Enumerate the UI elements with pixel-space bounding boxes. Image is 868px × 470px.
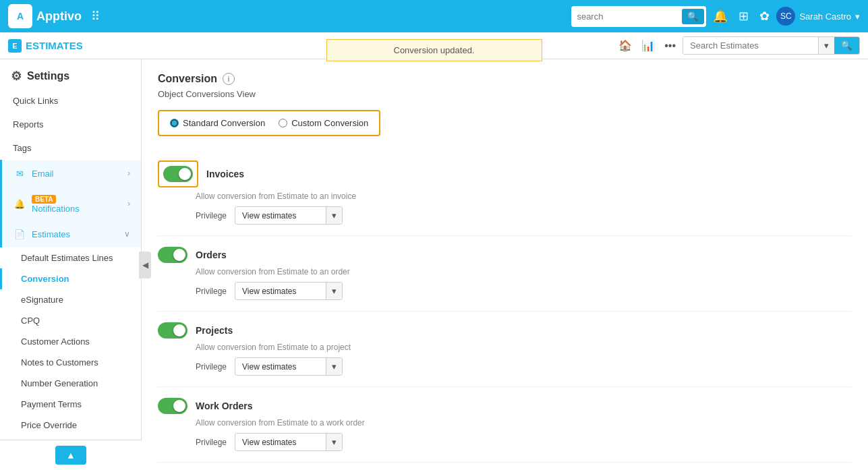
privilege-select[interactable]: View estimates▾: [235, 357, 343, 376]
chart-button[interactable]: 📊: [639, 36, 658, 55]
sub-item-label: CPQ: [21, 316, 40, 326]
custom-conversion-option[interactable]: Custom Conversion: [279, 118, 368, 128]
privilege-select[interactable]: View estimates▾: [235, 433, 343, 451]
sidebar-item-email[interactable]: ✉ Email ›: [0, 160, 141, 187]
sub-item-label: Customer Actions: [21, 336, 90, 347]
sidebar-sub-item-customer-actions[interactable]: Customer Actions: [0, 331, 141, 352]
notifications-item-inner: 🔔 BETA Notifications: [13, 194, 80, 214]
estimates-nav-icon: 📄: [13, 227, 26, 241]
conversion-type-selector: Standard Conversion Custom Conversion: [158, 110, 380, 136]
privilege-select[interactable]: View estimates▾: [235, 282, 343, 300]
estimates-icon: E: [8, 39, 22, 53]
privilege-dropdown-arrow[interactable]: ▾: [326, 434, 342, 450]
apps-icon[interactable]: ⊞: [739, 9, 749, 24]
toggle-switch[interactable]: [158, 322, 187, 339]
email-item-inner: ✉ Email: [13, 167, 54, 180]
notification-icon[interactable]: 🔔: [713, 9, 728, 24]
privilege-row: PrivilegeView estimates▾: [196, 282, 852, 300]
standard-conversion-label: Standard Conversion: [183, 118, 265, 128]
notifications-label: Notifications: [32, 204, 80, 214]
sidebar-item-estimates[interactable]: 📄 Estimates ∨: [0, 221, 141, 247]
toggle-switch[interactable]: [158, 247, 187, 263]
banner-message: Conversion updated.: [394, 45, 475, 55]
home-button[interactable]: 🏠: [616, 36, 635, 55]
custom-conversion-label: Custom Conversion: [291, 118, 368, 128]
sub-item-label: Conversion: [21, 274, 69, 284]
top-navigation: A Apptivo ⠿ 🔍 🔔 ⊞ ✿ SC Sarah Castro ▾: [0, 0, 868, 32]
toggle-slider[interactable]: [158, 247, 187, 263]
sidebar-collapse-button[interactable]: ◀: [139, 252, 151, 278]
sidebar-sub-item-conversion[interactable]: Conversion: [0, 268, 141, 289]
search-estimates-go[interactable]: 🔍: [834, 37, 859, 54]
standard-conversion-radio[interactable]: [170, 119, 179, 127]
conversion-item: ProjectsAllow conversion from Estimate t…: [158, 312, 852, 387]
sub-item-label: Default Estimates Lines: [21, 253, 113, 263]
conversion-item: OrdersAllow conversion from Estimate to …: [158, 236, 852, 312]
sidebar-sub-item-payment-terms[interactable]: Payment Terms: [0, 394, 141, 415]
main-content: Conversion i Object Conversions View Sta…: [142, 59, 868, 470]
privilege-dropdown-arrow[interactable]: ▾: [326, 358, 342, 375]
privilege-label: Privilege: [196, 287, 227, 296]
top-search-button[interactable]: 🔍: [682, 9, 704, 24]
privilege-dropdown-arrow[interactable]: ▾: [326, 207, 342, 224]
info-icon[interactable]: i: [223, 73, 235, 85]
toggle-slider[interactable]: [163, 166, 193, 182]
sub-item-label: Number Generation: [21, 378, 98, 388]
conversion-item-title: Orders: [196, 249, 227, 260]
email-chevron-icon: ›: [127, 169, 130, 178]
privilege-dropdown-arrow[interactable]: ▾: [326, 283, 342, 299]
sidebar-sub-item-default-estimates[interactable]: Default Estimates Lines: [0, 247, 141, 268]
sub-item-label: eSignature: [21, 295, 63, 305]
user-area[interactable]: SC Sarah Castro ▾: [776, 7, 860, 26]
toggle-switch[interactable]: [158, 398, 187, 414]
sidebar-item-reports[interactable]: Reports: [0, 113, 141, 136]
sidebar-sub-item-price-override[interactable]: Price Override: [0, 415, 141, 436]
sidebar: ⚙ Settings Quick Links Reports Tags ✉ Em…: [0, 59, 142, 470]
sub-item-label: Payment Terms: [21, 399, 82, 409]
sidebar-item-quick-links[interactable]: Quick Links: [0, 89, 141, 113]
notification-banner: Conversion updated.: [326, 39, 542, 61]
search-estimates-input[interactable]: [683, 37, 818, 54]
conversion-item: InvoicesAllow conversion from Estimate t…: [158, 150, 852, 236]
settings-nav-icon[interactable]: ✿: [759, 9, 770, 24]
standard-conversion-option[interactable]: Standard Conversion: [170, 118, 265, 128]
toggle-slider[interactable]: [158, 398, 187, 414]
toggle-switch[interactable]: [163, 166, 193, 182]
user-name: Sarah Castro: [799, 11, 851, 22]
custom-conversion-radio[interactable]: [279, 119, 287, 127]
privilege-value: View estimates: [235, 434, 326, 450]
privilege-value: View estimates: [235, 283, 326, 299]
conversion-item-header: Projects: [158, 322, 852, 339]
grid-icon[interactable]: ⠿: [91, 9, 100, 24]
sidebar-item-tags[interactable]: Tags: [0, 136, 141, 160]
sidebar-sub-item-esignature[interactable]: eSignature: [0, 289, 141, 310]
sidebar-item-notifications[interactable]: 🔔 BETA Notifications ›: [0, 187, 141, 221]
estimates-nav-label: Estimates: [32, 229, 70, 239]
conversion-item: Work OrdersAllow conversion from Estimat…: [158, 387, 852, 463]
top-search-input[interactable]: [577, 11, 678, 22]
conversion-item-desc: Allow conversion from Estimate to an ord…: [196, 267, 852, 276]
privilege-row: PrivilegeView estimates▾: [196, 206, 852, 225]
search-estimates-dropdown[interactable]: ▾: [818, 37, 834, 54]
sidebar-sub-item-cpq[interactable]: CPQ: [0, 310, 141, 331]
logo-text: Apptivo: [36, 9, 82, 24]
privilege-select[interactable]: View estimates▾: [235, 206, 343, 225]
conversion-item-desc: Allow conversion from Estimate to an inv…: [196, 192, 852, 201]
sidebar-sub-item-notes-to-customers[interactable]: Notes to Customers: [0, 352, 141, 373]
privilege-row: PrivilegeView estimates▾: [196, 433, 852, 451]
beta-badge: BETA: [32, 195, 56, 204]
sub-item-label: Price Override: [21, 420, 77, 430]
conversion-item-desc: Allow conversion from Estimate to a proj…: [196, 343, 852, 352]
notifications-label-area: BETA Notifications: [32, 194, 80, 214]
sidebar-sub-item-number-generation[interactable]: Number Generation: [0, 373, 141, 394]
sidebar-item-label: Tags: [13, 143, 31, 153]
conversion-item-header: Work Orders: [158, 398, 852, 414]
more-button[interactable]: •••: [662, 37, 678, 55]
nav-icons: 🔔 ⊞ ✿: [713, 9, 770, 24]
toggle-outlined-wrapper: [158, 160, 198, 187]
conversion-items-list: InvoicesAllow conversion from Estimate t…: [158, 150, 852, 470]
user-avatar: SC: [776, 7, 795, 26]
app-logo[interactable]: A Apptivo: [8, 4, 82, 28]
back-to-top-button[interactable]: ▲: [55, 446, 86, 465]
toggle-slider[interactable]: [158, 322, 187, 339]
